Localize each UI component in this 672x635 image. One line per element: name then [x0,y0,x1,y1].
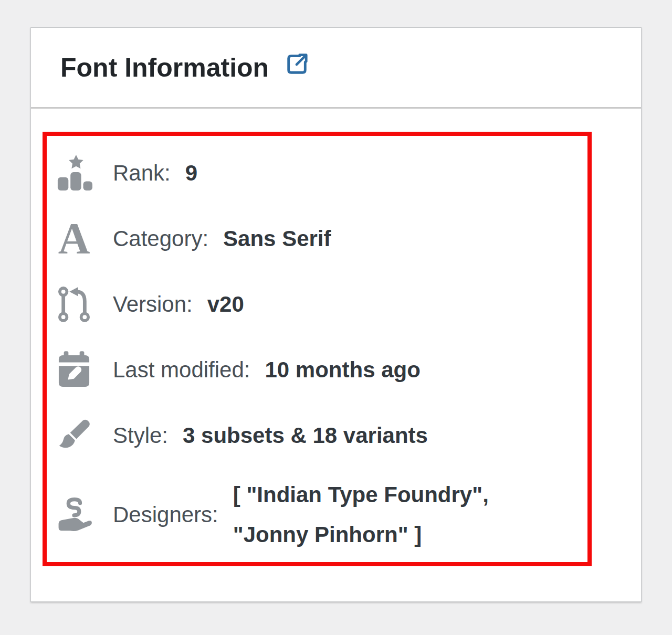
info-value: Sans Serif [223,226,331,251]
info-label: Version: [113,292,193,317]
ranking-star-icon [55,150,93,197]
designers-line-1: [ "Indian Type Foundry", [233,475,489,515]
font-information-card: Font Information Rank: [30,27,642,602]
info-label: Category: [113,226,208,251]
info-label: Rank: [113,161,171,186]
info-row-category: A Category: Sans Serif [55,206,587,271]
info-value: 9 [185,161,197,186]
card-title: Font Information [60,52,269,83]
card-header: Font Information [31,28,641,109]
info-value: [ "Indian Type Foundry", "Jonny Pinhorn"… [233,475,489,555]
hand-holding-icon [55,491,93,538]
calendar-pen-icon [55,346,93,394]
info-label: Designers: [113,502,218,527]
info-value: v20 [207,292,244,317]
info-row-style: Style: 3 subsets & 18 variants [55,403,587,468]
code-branch-icon [55,281,93,328]
external-link-icon[interactable] [285,51,309,76]
info-row-designers: Designers: [ "Indian Type Foundry", "Jon… [55,468,587,561]
info-value: 10 months ago [265,357,420,383]
info-row-last-modified: Last modified: 10 months ago [55,337,587,403]
designers-line-2: "Jonny Pinhorn" ] [233,515,489,555]
info-label: Style: [113,423,168,448]
info-row-rank: Rank: 9 [55,140,587,206]
info-label: Last modified: [113,357,250,383]
info-value: 3 subsets & 18 variants [183,423,428,448]
info-row-version: Version: v20 [55,271,587,337]
paintbrush-icon [55,412,93,459]
font-letter-a-icon: A [55,215,93,262]
highlighted-info-box: Rank: 9 A Category: Sans Serif [43,132,592,566]
card-body: Rank: 9 A Category: Sans Serif [31,109,641,566]
